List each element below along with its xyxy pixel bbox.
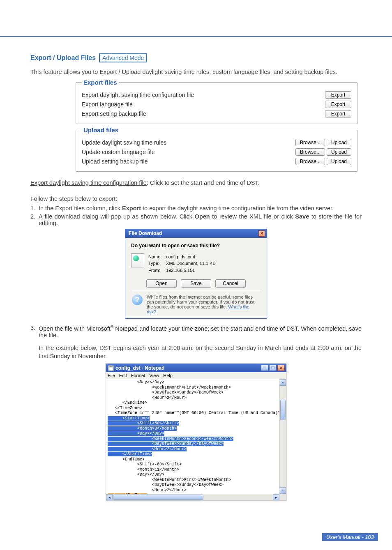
step-2-number: 2.	[30, 213, 39, 226]
notepad-title: config_dst - Notepad	[115, 365, 164, 371]
export-dst-button[interactable]: Export	[325, 91, 351, 99]
step-1-number: 1.	[30, 205, 39, 212]
upload-backup-label: Upload setting backup file	[82, 158, 295, 165]
close-window-icon[interactable]: ×	[277, 365, 285, 371]
export-dst-label: Export daylight saving time configuratio…	[82, 92, 325, 98]
export-backup-button[interactable]: Export	[325, 110, 351, 117]
upload-files-panel: Upload files Update daylight saving time…	[76, 127, 357, 172]
menu-edit[interactable]: Edit	[119, 373, 127, 378]
scroll-left-icon[interactable]: ◂	[106, 494, 113, 500]
cancel-button[interactable]: Cancel	[215, 279, 246, 288]
start-time-highlight: <StartTime> <Shift>60</Shift> <Month>3</…	[108, 416, 233, 457]
export-lang-label: Export language file	[82, 101, 325, 108]
intro-paragraph: This feature allows you to Export / Uplo…	[30, 68, 362, 76]
vertical-scrollbar[interactable]: ▴▾	[279, 379, 286, 494]
hscroll-thumb[interactable]	[113, 495, 203, 500]
maximize-icon[interactable]: □	[269, 365, 277, 371]
notepad-window: config_dst - Notepad _ □ × File Edit For…	[106, 364, 286, 501]
step-2-text: A file download dialog will pop up as sh…	[39, 213, 362, 226]
horizontal-scrollbar[interactable]: ◂ ▸	[106, 494, 286, 501]
menu-help[interactable]: Help	[163, 373, 173, 378]
scroll-corner	[279, 494, 286, 500]
export-files-panel: Export files Export daylight saving time…	[76, 79, 357, 124]
export-lang-button[interactable]: Export	[325, 101, 351, 108]
export-dst-underlined: Export daylight saving time configuratio…	[30, 179, 147, 186]
dialog-separator	[131, 291, 261, 291]
file-type-icon	[131, 253, 144, 267]
upload-files-legend: Upload files	[82, 127, 120, 133]
advanced-mode-badge: Advanced Mode	[99, 53, 147, 62]
notepad-menubar[interactable]: File Edit Format View Help	[106, 372, 286, 379]
browse-dst-button[interactable]: Browse...	[295, 139, 325, 146]
notepad-icon	[108, 365, 114, 371]
top-band	[0, 0, 392, 37]
browse-lang-button[interactable]: Browse...	[295, 148, 325, 156]
help-icon: ?	[132, 295, 143, 305]
export-backup-label: Export setting backup file	[82, 110, 325, 117]
menu-view[interactable]: View	[150, 373, 159, 378]
file-download-titlebar[interactable]: File Download ×	[125, 229, 267, 238]
example-paragraph: In the example below, DST begins each ye…	[39, 344, 362, 360]
upload-dst-label: Update daylight saving time rules	[82, 139, 295, 146]
notepad-titlebar[interactable]: config_dst - Notepad _ □ ×	[106, 364, 286, 372]
upload-row-backup: Upload setting backup file Browse... Upl…	[82, 158, 351, 165]
browse-backup-button[interactable]: Browse...	[295, 158, 325, 165]
scroll-thumb[interactable]	[280, 400, 286, 420]
step-3-text: Open the file with Microsoft® Notepad an…	[39, 324, 362, 338]
open-button[interactable]: Open	[146, 279, 177, 288]
page-footer: User's Manual - 103	[322, 533, 378, 541]
export-files-legend: Export files	[82, 79, 119, 86]
menu-format[interactable]: Format	[131, 373, 145, 378]
follow-steps-intro: Follow the steps below to export:	[30, 195, 362, 203]
file-download-dialog: File Download × Do you want to open or s…	[125, 229, 267, 319]
scroll-right-icon[interactable]: ▸	[273, 494, 279, 500]
save-button[interactable]: Save	[181, 279, 211, 288]
file-download-meta: Name: config_dst.xml Type: XML Document,…	[148, 253, 216, 274]
close-icon[interactable]: ×	[258, 230, 265, 237]
upload-row-lang: Update custom language file Browse... Up…	[82, 148, 351, 156]
file-download-warning: While files from the Internet can be use…	[147, 295, 260, 314]
upload-row-dst: Update daylight saving time rules Browse…	[82, 139, 351, 146]
file-download-question: Do you want to open or save this file?	[131, 243, 261, 249]
export-row-dst: Export daylight saving time configuratio…	[82, 91, 351, 99]
scroll-down-icon[interactable]: ▾	[280, 487, 286, 494]
upload-lang-button[interactable]: Upload	[327, 148, 351, 156]
notepad-text-area[interactable]: <Day></Day> <WeekInMonth>First</WeekInMo…	[106, 379, 286, 494]
section-title: Export / Upload Files	[30, 54, 96, 62]
scroll-up-icon[interactable]: ▴	[280, 379, 286, 386]
step-1-text: In the Export files column, click Export…	[39, 205, 362, 212]
step-3-number: 3.	[30, 324, 39, 338]
export-row-backup: Export setting backup file Export	[82, 110, 351, 117]
menu-file[interactable]: File	[108, 373, 115, 378]
export-row-lang: Export language file Export	[82, 101, 351, 108]
upload-backup-button[interactable]: Upload	[327, 158, 351, 165]
upload-lang-label: Update custom language file	[82, 149, 295, 155]
export-dst-rest: : Click to set the start and end time of…	[147, 179, 260, 186]
file-download-title: File Download	[129, 230, 162, 236]
export-dst-config-line: Export daylight saving time configuratio…	[30, 179, 362, 187]
upload-dst-button[interactable]: Upload	[327, 139, 351, 146]
minimize-icon[interactable]: _	[261, 365, 268, 371]
